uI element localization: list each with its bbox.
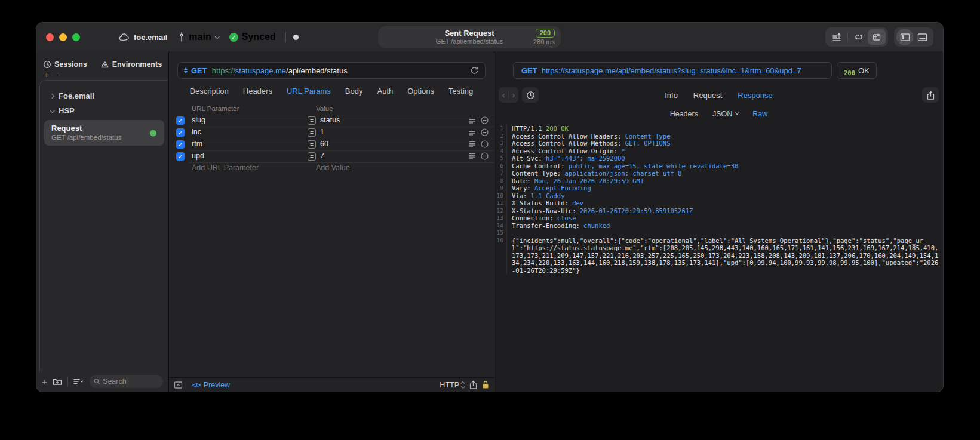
reveal-panel-icon[interactable]: [174, 381, 183, 389]
row-menu-button[interactable]: [469, 117, 475, 125]
method-select[interactable]: GET: [191, 66, 207, 75]
line-number: 2: [494, 133, 507, 140]
row-delete-button[interactable]: [481, 128, 489, 138]
add-param-value-placeholder[interactable]: Add Value: [316, 164, 350, 172]
project-selector[interactable]: foe.email: [119, 33, 167, 42]
param-value-field[interactable]: status: [320, 116, 340, 124]
param-enabled-checkbox[interactable]: ✓: [176, 116, 185, 125]
sort-list-icon[interactable]: [73, 378, 84, 385]
sync-status[interactable]: ✓ Synced: [229, 32, 276, 42]
param-value-field[interactable]: 60: [320, 140, 328, 148]
tab-environments[interactable]: Environments: [100, 59, 162, 70]
lock-icon[interactable]: [482, 380, 489, 389]
sent-request-subtitle: GET /api/embed/status: [436, 38, 503, 45]
editor-tab-options[interactable]: Options: [407, 87, 434, 96]
search-input[interactable]: [103, 377, 159, 386]
param-name-field[interactable]: upd: [192, 152, 204, 160]
new-folder-icon[interactable]: [53, 377, 62, 386]
chevron-right-icon: [50, 93, 54, 98]
response-tab-bar: InfoRequestResponse: [665, 87, 773, 103]
history-back-button[interactable]: ‹: [499, 88, 508, 102]
toggle-bottom-panel-button[interactable]: [913, 29, 931, 45]
response-raw-view[interactable]: 1HTTP/1.1 200 OK2Access-Control-Allow-He…: [494, 125, 943, 392]
response-tab-response[interactable]: Response: [738, 91, 773, 100]
row-menu-button[interactable]: [469, 153, 475, 161]
sent-url-display[interactable]: GEThttps://statuspage.me/api/embed/statu…: [513, 62, 832, 79]
response-subtab-json[interactable]: JSON: [712, 110, 738, 118]
search-field[interactable]: [90, 375, 163, 388]
editor-tab-url-params[interactable]: URL Params: [287, 87, 331, 96]
param-name-field[interactable]: rtm: [192, 140, 202, 148]
reorder-lines-icon: [469, 153, 475, 159]
response-line: 9Vary: Accept-Encoding: [494, 184, 943, 192]
row-menu-button[interactable]: [469, 129, 475, 137]
branch-selector[interactable]: main: [178, 32, 218, 42]
sync-label: Synced: [242, 32, 276, 42]
add-param-name-placeholder[interactable]: Add URL Parameter: [192, 164, 259, 172]
link-loop-button[interactable]: [850, 29, 868, 45]
footer-divider: [67, 377, 68, 386]
param-enabled-checkbox[interactable]: ✓: [176, 128, 185, 137]
close-button[interactable]: [46, 33, 54, 41]
response-viewer: GEThttps://statuspage.me/api/embed/statu…: [494, 51, 943, 392]
row-delete-button[interactable]: [481, 116, 489, 126]
line-number: 8: [494, 177, 507, 185]
param-name-field[interactable]: inc: [192, 128, 201, 136]
add-request-button[interactable]: +: [42, 377, 47, 386]
add-session-button[interactable]: +: [44, 70, 49, 80]
param-enabled-checkbox[interactable]: ✓: [176, 140, 185, 149]
param-value-field[interactable]: 7: [320, 152, 324, 160]
branch-name: main: [189, 32, 211, 42]
row-delete-button[interactable]: [481, 140, 489, 150]
sync-box-button[interactable]: [868, 29, 886, 45]
url-input[interactable]: https://statuspage.me/api/embed/status: [212, 66, 470, 75]
sent-method: GET: [521, 66, 537, 75]
request-list-item-selected[interactable]: Request GET /api/embed/status: [44, 120, 164, 146]
remove-session-button[interactable]: −: [57, 70, 62, 80]
param-row-upd: ✓upd=7: [169, 150, 494, 162]
sent-request-pill[interactable]: Sent Request GET /api/embed/status 200 2…: [378, 26, 561, 48]
row-menu-button[interactable]: [469, 141, 475, 149]
response-subtab-headers[interactable]: Headers: [670, 110, 698, 118]
tree-group-hsp[interactable]: HSP: [40, 103, 168, 118]
editor-tab-description[interactable]: Description: [190, 87, 229, 96]
minimize-button[interactable]: [59, 33, 67, 41]
response-tab-request[interactable]: Request: [693, 91, 722, 100]
row-delete-button[interactable]: [481, 152, 489, 162]
zoom-button[interactable]: [72, 33, 80, 41]
protocol-label: HTTP: [440, 381, 459, 389]
editor-tab-headers[interactable]: Headers: [243, 87, 272, 96]
tab-sessions[interactable]: Sessions: [43, 59, 87, 70]
editor-tab-body[interactable]: Body: [345, 87, 363, 96]
share-icon[interactable]: [469, 380, 477, 389]
toolbar-segment-right: [894, 27, 933, 47]
editor-footer: </> Preview HTTP: [169, 377, 494, 392]
clock-icon: [43, 60, 51, 69]
url-bar[interactable]: GET https://statuspage.me/api/embed/stat…: [177, 62, 486, 79]
clock-icon: [526, 91, 535, 100]
param-value-field[interactable]: 1: [320, 128, 324, 136]
send-request-button[interactable]: [828, 29, 846, 45]
tree-group-foe-email[interactable]: Foe.email: [40, 88, 168, 103]
history-forward-button[interactable]: ›: [509, 88, 518, 102]
response-tab-info[interactable]: Info: [665, 91, 678, 100]
preview-label: Preview: [204, 381, 230, 389]
param-name-field[interactable]: slug: [192, 116, 205, 124]
editor-tab-testing[interactable]: Testing: [448, 87, 473, 96]
history-clock-button[interactable]: [522, 87, 539, 103]
param-enabled-checkbox[interactable]: ✓: [176, 152, 185, 161]
method-stepper-icon[interactable]: [184, 67, 188, 73]
refresh-icon[interactable]: [470, 66, 479, 75]
param-add-row[interactable]: Add URL ParameterAdd Value: [169, 162, 494, 174]
line-number: 14: [494, 222, 507, 230]
remove-row-icon: [481, 152, 489, 160]
preview-button[interactable]: </> Preview: [192, 381, 230, 389]
tab-sessions-label: Sessions: [54, 60, 87, 69]
toggle-left-sidebar-button[interactable]: [896, 29, 913, 45]
updown-chevron-icon: [462, 381, 465, 388]
response-subtab-raw[interactable]: Raw: [752, 110, 767, 118]
export-response-button[interactable]: [922, 87, 939, 103]
protocol-select[interactable]: HTTP: [440, 381, 465, 389]
url-host: statuspage.me: [235, 66, 286, 75]
editor-tab-auth[interactable]: Auth: [377, 87, 393, 96]
